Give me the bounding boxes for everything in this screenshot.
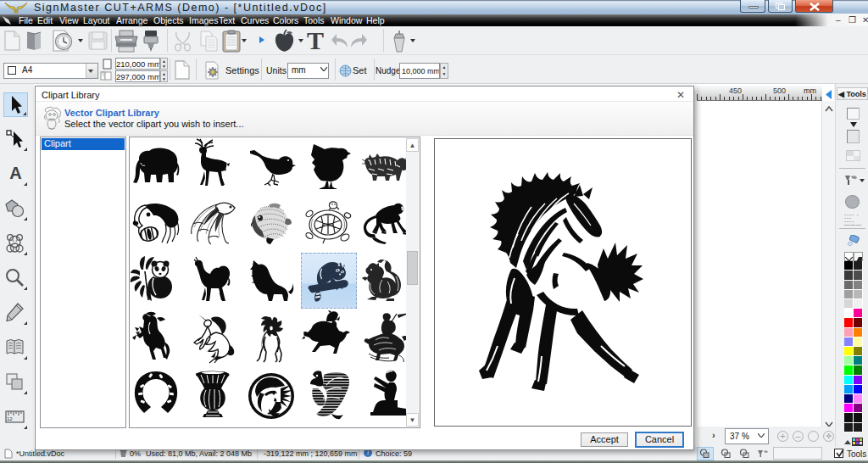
- svg-text:12: 12: [7, 416, 13, 421]
